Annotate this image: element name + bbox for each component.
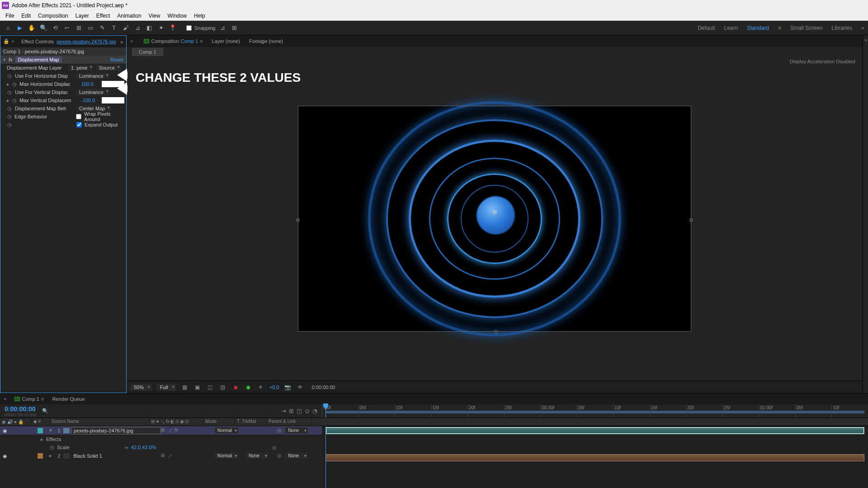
effect-fx-badge[interactable]: fx — [9, 57, 13, 62]
exposure-reset-icon[interactable]: ☀ — [257, 383, 265, 391]
resolution-dropdown[interactable]: Full — [156, 384, 176, 391]
tab-close-icon[interactable]: × — [130, 38, 133, 44]
shy-toggle-icon[interactable]: ⇥ — [281, 408, 286, 414]
layer-row-1[interactable]: ◉ ▾ 1 pexels-pixabay-247676.jpg ⊞ ／ fx N… — [0, 426, 322, 435]
blend-mode-dropdown[interactable]: Normal — [215, 453, 238, 459]
scale-property-row[interactable]: ◷ Scale ∞ 42.0,42.0% ◎ — [0, 443, 322, 451]
layer-bar-2[interactable] — [326, 454, 864, 461]
parent-header[interactable]: Parent & Link — [267, 418, 312, 426]
composition-tab[interactable]: Composition Comp 1 ≡ — [144, 38, 203, 44]
roto-tool-icon[interactable]: ✦ — [156, 23, 165, 33]
menu-layer[interactable]: Layer — [72, 13, 93, 19]
label-color[interactable] — [38, 453, 43, 459]
map-behavior-dropdown[interactable]: Center Map — [76, 105, 111, 112]
panel-expand-icon[interactable]: » — [861, 25, 864, 31]
expression-pickwhip-icon[interactable]: ◎ — [272, 445, 277, 450]
effect-header[interactable]: ▾ fx Displacement Map Reset — [0, 56, 126, 64]
trkmat-dropdown[interactable]: None — [246, 453, 269, 459]
snapping-checkbox[interactable] — [186, 25, 192, 31]
workspace-learn[interactable]: Learn — [724, 25, 738, 31]
blend-mode-dropdown[interactable]: Normal — [215, 427, 238, 433]
menu-composition[interactable]: Composition — [34, 13, 72, 19]
wrap-pixels-checkbox[interactable] — [76, 114, 81, 119]
workspace-small-screen[interactable]: Small Screen — [790, 25, 822, 31]
stopwatch-icon[interactable]: ◷ — [7, 122, 12, 127]
switch-col-icon[interactable]: ◉ — [180, 419, 184, 425]
shape-tool-icon[interactable]: ▭ — [86, 23, 95, 33]
switch-col-icon[interactable]: ⊞ — [151, 419, 155, 425]
region-icon[interactable]: ◫ — [206, 383, 214, 391]
stopwatch-icon[interactable]: ◷ — [12, 81, 17, 87]
unified-camera-icon[interactable]: ⊞ — [74, 23, 83, 33]
switch-icon[interactable]: ／ — [168, 427, 173, 434]
puppet-tool-icon[interactable]: 📍 — [168, 23, 177, 33]
stopwatch-icon[interactable]: ◷ — [7, 106, 12, 111]
current-time-indicator[interactable] — [326, 404, 326, 418]
selection-tool-icon[interactable]: ▶ — [15, 23, 24, 33]
stopwatch-icon[interactable]: ◷ — [12, 98, 17, 103]
map-layer-dropdown[interactable]: 1. pexe — [68, 65, 94, 71]
menu-file[interactable]: File — [2, 13, 18, 19]
menu-window[interactable]: Window — [164, 13, 190, 19]
effect-controls-layer-link[interactable]: pexels-pixabay-247676.jpg — [57, 39, 116, 44]
expand-panel-icon[interactable]: « — [864, 37, 867, 42]
channel-icon[interactable]: ◉ — [231, 383, 240, 391]
timeline-ruler[interactable]: :00f 05f 10f 15f 20f 25f 00:30f 05f 10f … — [322, 404, 868, 418]
parent-dropdown[interactable]: None — [285, 427, 308, 433]
parent-dropdown[interactable]: None — [285, 453, 308, 459]
visibility-eye-icon[interactable]: ◉ — [3, 453, 8, 459]
switch-icon[interactable]: ／ — [168, 453, 173, 459]
expand-output-checkbox[interactable] — [76, 122, 82, 127]
stopwatch-icon[interactable]: ◷ — [50, 445, 54, 450]
switches-icon[interactable]: ⊞ — [289, 408, 294, 414]
graph-editor-icon[interactable]: ◔ — [312, 408, 317, 414]
switch-col-icon[interactable]: ◐ — [170, 419, 175, 425]
menu-animation[interactable]: Animation — [113, 13, 145, 19]
canvas[interactable]: ⊕ — [298, 106, 691, 332]
eye-col-icon[interactable]: ◉ — [2, 419, 6, 424]
zoom-tool-icon[interactable]: 🔍 — [39, 23, 48, 33]
use-horizontal-dropdown[interactable]: Luminance — [76, 73, 110, 79]
scale-value[interactable]: 42.0,42.0% — [131, 445, 156, 450]
effect-twirl-icon[interactable]: ▾ — [3, 57, 6, 63]
timeline-timecode[interactable]: 0:00:00:00 — [5, 405, 37, 413]
layer-twirl-icon[interactable]: ▸ — [49, 453, 55, 459]
home-icon[interactable]: ⌂ — [4, 23, 13, 33]
menu-help[interactable]: Help — [190, 13, 209, 19]
composition-viewer[interactable]: CHANGE THESE 2 VALUES Display Accelerati… — [127, 57, 863, 380]
snapshot-icon[interactable]: 📷 — [283, 383, 292, 391]
timeline-track-area[interactable] — [322, 426, 868, 488]
twirl-icon[interactable]: ▸ — [7, 81, 9, 87]
guides-icon[interactable]: ▤ — [219, 383, 227, 391]
switch-icon[interactable]: ⊞ — [161, 453, 165, 459]
switch-col-icon[interactable]: ⊙ — [175, 419, 179, 425]
eraser-tool-icon[interactable]: ◧ — [145, 23, 154, 33]
motion-blur-icon[interactable]: ⊙ — [305, 408, 310, 414]
layer-tab[interactable]: Layer (none) — [212, 38, 240, 44]
mask-toggle-icon[interactable]: ▣ — [193, 383, 202, 391]
max-vertical-value[interactable]: -100.0 — [81, 98, 99, 103]
brush-tool-icon[interactable]: 🖌 — [121, 23, 130, 33]
color-mgmt-icon[interactable]: ◉ — [244, 383, 252, 391]
audio-col-icon[interactable]: 🔊 — [7, 419, 13, 424]
workspace-standard[interactable]: Standard — [747, 25, 769, 31]
show-snapshot-icon[interactable]: 👁 — [296, 383, 304, 391]
hand-tool-icon[interactable]: ✋ — [27, 23, 36, 33]
use-vertical-dropdown[interactable]: Luminance — [76, 89, 110, 95]
workspace-libraries[interactable]: Libraries — [831, 25, 852, 31]
layer-bar-1[interactable] — [326, 427, 864, 434]
timeline-comp-tab[interactable]: Comp 1 ≡ — [14, 396, 44, 402]
comp-flowchart-tab[interactable]: Comp 1 — [132, 48, 163, 56]
menu-effect[interactable]: Effect — [93, 13, 113, 19]
layer-name[interactable]: Black Solid 1 — [71, 453, 161, 459]
type-tool-icon[interactable]: T — [109, 23, 118, 33]
transparency-grid-icon[interactable]: ▦ — [181, 383, 189, 391]
pickwhip-icon[interactable]: ◎ — [277, 453, 283, 459]
panel-overflow-icon[interactable]: » — [120, 38, 123, 45]
source-name-header[interactable]: Source Name — [50, 418, 149, 426]
layer-twirl-icon[interactable]: ▾ — [49, 427, 55, 433]
label-col-icon[interactable]: ◆ — [33, 419, 37, 424]
switch-col-icon[interactable]: ⊡ — [185, 419, 189, 425]
lock-col-icon[interactable]: 🔒 — [18, 419, 24, 424]
panel-lock-icon[interactable]: 🔒 — [3, 38, 9, 45]
